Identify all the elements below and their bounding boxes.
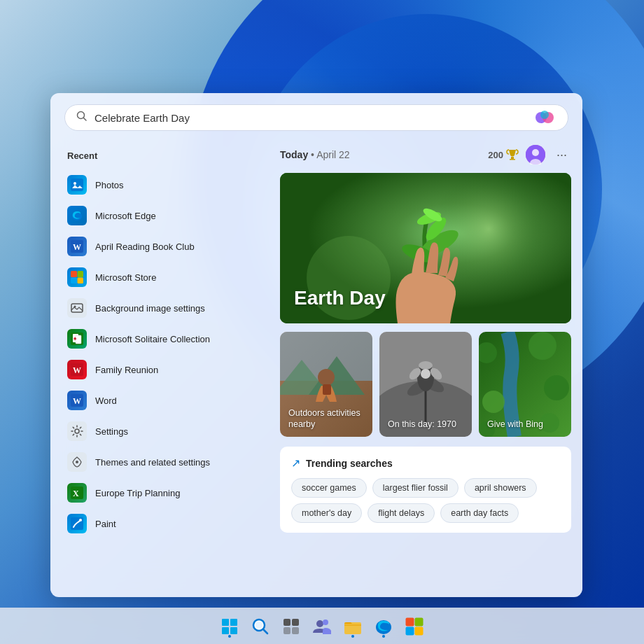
store-icon bbox=[67, 267, 87, 287]
recent-item-reading[interactable]: W April Reading Book Club bbox=[59, 231, 266, 262]
edge-active-indicator bbox=[382, 635, 385, 638]
item-name-photos: Photos bbox=[95, 180, 123, 190]
bg-settings-icon bbox=[67, 298, 87, 318]
item-name-store: Microsoft Store bbox=[95, 272, 156, 283]
taskbar-task-view-button[interactable] bbox=[277, 612, 305, 640]
svg-rect-77 bbox=[415, 617, 424, 626]
svg-point-56 bbox=[419, 361, 433, 370]
search-bar bbox=[64, 104, 568, 131]
svg-rect-48 bbox=[323, 384, 331, 395]
solitaire-icon: ♠ bbox=[67, 329, 87, 349]
svg-rect-5 bbox=[71, 178, 83, 191]
recent-item-settings[interactable]: Settings bbox=[59, 416, 266, 447]
svg-point-66 bbox=[255, 622, 262, 629]
excel-icon: X bbox=[67, 483, 87, 503]
file-explorer-active-indicator bbox=[351, 635, 354, 638]
recent-item-themes[interactable]: Themes and related settings bbox=[59, 447, 266, 477]
main-content: Recent P bbox=[50, 139, 582, 597]
chip-largest-flier[interactable]: largest flier fossil bbox=[372, 478, 458, 498]
svg-point-57 bbox=[421, 369, 430, 379]
paint-icon bbox=[67, 514, 87, 533]
recent-item-store[interactable]: Microsoft Store bbox=[59, 262, 266, 293]
chip-flight-delays[interactable]: flight delays bbox=[368, 503, 435, 523]
svg-point-15 bbox=[74, 306, 76, 308]
settings-icon bbox=[67, 421, 87, 441]
svg-point-60 bbox=[528, 332, 556, 360]
svg-text:X: X bbox=[73, 489, 79, 498]
search-input[interactable] bbox=[94, 112, 527, 124]
taskbar-store-button[interactable] bbox=[400, 612, 428, 640]
teams-icon bbox=[313, 617, 331, 636]
svg-point-6 bbox=[74, 182, 76, 185]
trending-header: ↗ Trending searches bbox=[291, 456, 560, 470]
svg-point-24 bbox=[75, 429, 79, 433]
svg-point-33 bbox=[532, 149, 539, 156]
trending-section: ↗ Trending searches soccer games largest… bbox=[280, 447, 571, 533]
avatar-image bbox=[526, 145, 545, 164]
svg-rect-70 bbox=[284, 627, 290, 634]
date-label: Today • April 22 bbox=[280, 149, 350, 160]
svg-rect-74 bbox=[344, 622, 361, 634]
card-label-outdoors: Outdoors activities nearby bbox=[288, 407, 364, 430]
recent-item-solitaire[interactable]: ♠ Microsoft Solitaire Collection bbox=[59, 323, 266, 354]
svg-line-67 bbox=[263, 629, 267, 634]
themes-icon bbox=[67, 452, 87, 472]
svg-rect-76 bbox=[406, 617, 414, 626]
card-history[interactable]: On this day: 1970 bbox=[379, 332, 472, 437]
trophy-icon bbox=[506, 148, 519, 161]
svg-rect-71 bbox=[292, 627, 299, 634]
card-outdoors[interactable]: Outdoors activities nearby bbox=[280, 332, 372, 437]
taskbar-edge-button[interactable] bbox=[370, 612, 398, 640]
task-view-icon bbox=[283, 618, 300, 635]
svg-point-73 bbox=[323, 620, 328, 625]
taskbar-edge-icon bbox=[374, 617, 393, 636]
start-menu: Recent P bbox=[50, 93, 582, 597]
item-name-word: Word bbox=[95, 396, 117, 406]
svg-text:W: W bbox=[73, 365, 81, 375]
svg-rect-13 bbox=[78, 278, 84, 284]
search-right-icons bbox=[534, 111, 556, 125]
photos-icon bbox=[67, 175, 87, 195]
recent-item-europe[interactable]: X Europe Trip Planning bbox=[59, 477, 266, 508]
taskbar-start-button[interactable] bbox=[216, 612, 244, 640]
edge-icon bbox=[67, 206, 87, 225]
recent-item-bg-settings[interactable]: Background image settings bbox=[59, 293, 266, 323]
more-options-button[interactable]: ··· bbox=[552, 146, 571, 164]
file-explorer-icon bbox=[344, 617, 362, 636]
svg-point-25 bbox=[76, 461, 78, 463]
recent-item-paint[interactable]: Paint bbox=[59, 508, 266, 539]
trending-chips: soccer games largest flier fossil april … bbox=[291, 478, 560, 523]
hero-card[interactable]: Earth Day bbox=[280, 173, 571, 323]
svg-rect-30 bbox=[511, 157, 514, 159]
item-name-settings: Settings bbox=[95, 426, 128, 437]
taskbar-search-icon bbox=[251, 617, 270, 636]
hero-title: Earth Day bbox=[294, 287, 386, 309]
card-bing[interactable]: Give with Bing bbox=[479, 332, 571, 437]
item-name-themes: Themes and related settings bbox=[95, 457, 210, 468]
recent-item-photos[interactable]: Photos bbox=[59, 169, 266, 200]
recent-item-family[interactable]: W Family Reunion bbox=[59, 354, 266, 385]
right-header: Today • April 22 200 bbox=[280, 139, 571, 173]
svg-rect-12 bbox=[71, 278, 77, 284]
taskbar-file-explorer-button[interactable] bbox=[339, 612, 367, 640]
svg-rect-79 bbox=[415, 626, 424, 635]
chip-mothers-day[interactable]: mother's day bbox=[291, 503, 362, 523]
chip-earth-day-facts[interactable]: earth day facts bbox=[440, 503, 519, 523]
taskbar-teams-button[interactable] bbox=[308, 612, 336, 640]
taskbar bbox=[0, 608, 644, 644]
chip-april-showers[interactable]: april showers bbox=[464, 478, 537, 498]
user-avatar[interactable] bbox=[526, 145, 545, 164]
item-name-bg-settings: Background image settings bbox=[95, 303, 205, 314]
svg-rect-11 bbox=[78, 271, 84, 277]
svg-point-29 bbox=[79, 519, 82, 522]
svg-point-47 bbox=[318, 369, 335, 386]
word-icon: W bbox=[67, 391, 87, 410]
taskbar-search-button[interactable] bbox=[246, 612, 274, 640]
recent-label: Recent bbox=[59, 145, 266, 167]
item-name-reading: April Reading Book Club bbox=[95, 241, 195, 252]
trending-title: Trending searches bbox=[306, 458, 393, 469]
recent-item-word[interactable]: W Word bbox=[59, 385, 266, 416]
recent-item-edge[interactable]: Microsoft Edge bbox=[59, 200, 266, 231]
chip-soccer-games[interactable]: soccer games bbox=[291, 478, 367, 498]
svg-text:W: W bbox=[73, 396, 81, 406]
